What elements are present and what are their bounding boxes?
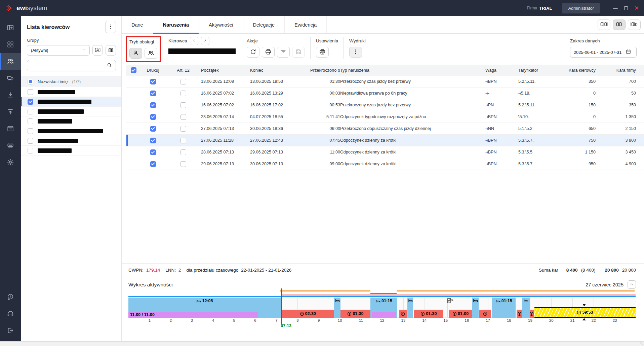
activity-segment-drive[interactable]	[530, 310, 534, 318]
column-header-koniec[interactable]: Koniec	[250, 68, 263, 73]
driver-list-item[interactable]	[21, 87, 121, 97]
driver-checkbox[interactable]	[28, 128, 33, 134]
violation-row[interactable]: 16.06.2025 07:0216.06.2025 13:2900:03Nie…	[126, 88, 644, 99]
driver-checkbox[interactable]	[28, 109, 33, 114]
column-header-drukuj[interactable]: Drukuj	[147, 68, 159, 73]
tab-naruszenia[interactable]: Naruszenia	[153, 16, 199, 33]
driver-list-item[interactable]	[21, 116, 121, 126]
driver-checkbox[interactable]	[28, 148, 33, 153]
activity-segment-drive[interactable]: 01:30	[414, 310, 443, 318]
activity-segment-work_violet[interactable]: 11:00 / 11:00	[128, 312, 258, 318]
administrator-button[interactable]: Administrator	[562, 3, 600, 13]
wydruki-menu-button[interactable]	[349, 47, 362, 58]
view-split-both-button[interactable]	[613, 20, 626, 30]
drukuj-checkbox[interactable]	[150, 114, 156, 120]
column-header-kara_kierowcy[interactable]: Kara kierowcy	[569, 68, 596, 73]
pdf-print-settings-button[interactable]: PDF	[316, 47, 329, 58]
select-all-drivers-checkbox[interactable]	[28, 79, 33, 84]
card-insertion-event[interactable]: E	[447, 298, 447, 317]
activity-segment-availability[interactable]: 59:53	[534, 307, 636, 318]
column-header-typ[interactable]: Typ naruszenia	[340, 68, 369, 73]
activity-segment-drive[interactable]	[517, 310, 522, 318]
driver-card-button[interactable]	[92, 45, 103, 56]
activity-segment-drive[interactable]	[399, 310, 407, 318]
sidebar-item-vehicles[interactable]	[0, 70, 21, 87]
art12-checkbox[interactable]	[180, 79, 186, 84]
tab-ewidencja[interactable]: Ewidencja	[285, 16, 327, 33]
driver-checkbox[interactable]	[28, 118, 33, 124]
drukuj-checkbox[interactable]	[150, 161, 156, 167]
resize-grip[interactable]: ⋱	[640, 342, 643, 345]
violation-row[interactable]: 27.06.2025 11:2827.06.2025 12:4307:45Odp…	[126, 135, 644, 146]
column-header-przekroczono[interactable]: Przekroczono o	[310, 68, 340, 73]
tab-dane[interactable]: Dane	[122, 16, 153, 33]
tab-delegacje[interactable]: Delegacje	[243, 16, 285, 33]
art12-checkbox[interactable]	[180, 102, 186, 108]
activity-segment-drive[interactable]: 02:30	[282, 310, 334, 318]
drukuj-checkbox[interactable]	[150, 91, 156, 96]
column-header-taryfikator[interactable]: Taryfikator	[518, 68, 538, 73]
chart-collapse-button[interactable]	[628, 280, 636, 289]
sidebar-item-dashboard[interactable]	[0, 36, 21, 53]
groups-select[interactable]: (Aktywni)	[27, 45, 90, 56]
activity-segment-work_violet[interactable]	[372, 312, 396, 318]
maximize-button[interactable]	[624, 6, 628, 10]
previous-driver-button[interactable]	[190, 37, 198, 45]
art12-checkbox[interactable]	[180, 126, 186, 132]
sidebar-item-support[interactable]	[0, 306, 21, 322]
driver-list-item[interactable]	[21, 126, 121, 136]
drukuj-checkbox[interactable]	[150, 126, 156, 132]
activity-segment-rest[interactable]: 01:15	[492, 298, 516, 318]
sidebar-item-drivers[interactable]	[0, 53, 21, 70]
art12-checkbox[interactable]	[180, 149, 186, 155]
filter-button[interactable]	[277, 47, 290, 58]
sidebar-item-prints[interactable]	[0, 137, 21, 154]
refresh-button[interactable]	[247, 47, 259, 58]
sidebar-item-download[interactable]	[0, 87, 21, 104]
column-header-waga[interactable]: Waga	[485, 68, 496, 73]
art12-checkbox[interactable]	[180, 91, 186, 96]
single-driver-mode-button[interactable]	[129, 48, 142, 59]
violation-row[interactable]: 13.06.2025 12:0813.06.2025 18:5301:30Prz…	[126, 76, 644, 88]
violation-row[interactable]: 29.06.2025 07:1330.06.2025 07:1309:00Odp…	[126, 158, 644, 170]
print-button[interactable]	[262, 47, 275, 58]
sidebar-item-logout[interactable]	[0, 322, 21, 339]
driver-list-item[interactable]	[21, 97, 121, 107]
activity-segment-rest_narrow[interactable]	[334, 298, 341, 318]
column-header-art12[interactable]: Art. 12	[177, 68, 190, 73]
violation-row[interactable]: 23.06.2025 07:1404.07.2025 18:555:11:41O…	[126, 111, 644, 123]
activity-segment-rest_narrow[interactable]	[472, 298, 479, 318]
activity-segment-drive[interactable]: 01:00	[449, 310, 472, 318]
activity-segment-drive[interactable]	[479, 310, 491, 318]
driver-list-item[interactable]	[21, 107, 121, 116]
driver-checkbox[interactable]	[28, 99, 33, 105]
sidebar-item-settings[interactable]	[0, 154, 21, 171]
search-input[interactable]	[31, 63, 107, 68]
driver-checkbox[interactable]	[28, 89, 33, 95]
art12-checkbox[interactable]	[180, 138, 186, 143]
view-split-right-button[interactable]	[628, 20, 641, 30]
select-all-rows-checkbox[interactable]	[131, 67, 136, 73]
drukuj-checkbox[interactable]	[150, 79, 156, 84]
multi-driver-mode-button[interactable]	[145, 48, 157, 59]
activity-segment-rest_narrow[interactable]	[522, 298, 529, 318]
save-button[interactable]	[292, 47, 305, 58]
sidebar-item-help[interactable]: ?	[0, 289, 21, 306]
art12-checkbox[interactable]	[180, 161, 186, 167]
panel-menu-button[interactable]	[105, 21, 116, 33]
drukuj-checkbox[interactable]	[150, 138, 156, 143]
driver-list-item[interactable]	[21, 136, 121, 146]
drukuj-checkbox[interactable]	[150, 149, 156, 155]
art12-checkbox[interactable]	[180, 114, 186, 120]
sidebar-item-calendar[interactable]	[0, 120, 21, 137]
date-range-input[interactable]	[574, 50, 623, 55]
close-button[interactable]: ✕	[634, 5, 639, 11]
tab-aktywności[interactable]: Aktywności	[199, 16, 243, 33]
column-header-kara_firmy[interactable]: Kara firmy	[616, 68, 636, 73]
sidebar-item-collapse-panel[interactable]	[0, 20, 21, 36]
violation-row[interactable]: 16.06.2025 07:0216.06.2025 17:0200:53Prz…	[126, 99, 644, 111]
activity-segment-rest_narrow[interactable]	[407, 298, 413, 318]
drukuj-checkbox[interactable]	[150, 102, 156, 108]
column-header-poczatek[interactable]: Początek	[201, 68, 219, 73]
activity-segment-drive[interactable]: 01:30	[340, 310, 370, 318]
